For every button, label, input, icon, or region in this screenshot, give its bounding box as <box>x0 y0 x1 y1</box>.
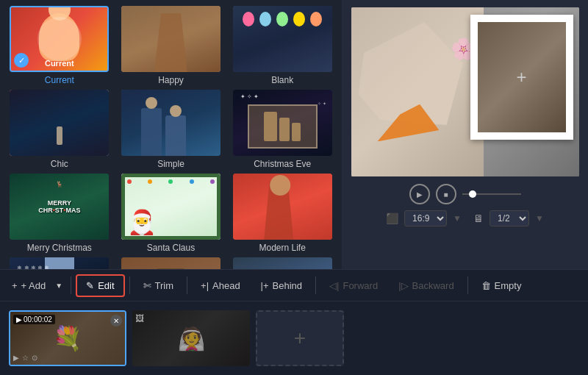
separator-4 <box>315 276 316 294</box>
theme-thumb-blank[interactable] <box>233 6 332 72</box>
theme-item-blank[interactable]: Blank <box>229 6 336 85</box>
preview-canvas: 🌸 + <box>351 7 579 176</box>
theme-item-modern-life[interactable]: Modern Life <box>229 174 336 253</box>
star-icon: ☆ <box>22 354 29 362</box>
edit-icon: ✎ <box>86 280 94 291</box>
add-button[interactable]: + + Add <box>6 276 51 296</box>
theme-thumb-snowy-night[interactable]: ❄ ❄ ❄ ❄ ❄ <box>10 257 109 269</box>
theme-label-merry-christmas: Merry Christmas <box>27 243 92 253</box>
timeline-clip-2[interactable]: 👰 🖼 <box>132 310 250 366</box>
ratio-icon: ⬛ <box>386 213 398 224</box>
theme-thumb-modern-life[interactable] <box>233 174 332 240</box>
clip-controls-1: ▶ ☆ ⊙ <box>13 354 37 362</box>
trim-label: Trim <box>155 280 174 291</box>
ahead-label: Ahead <box>212 280 240 291</box>
behind-button[interactable]: |+ Behind <box>252 276 311 296</box>
separator-3 <box>187 276 187 294</box>
theme-thumb-current[interactable]: Current ✓ <box>10 6 109 72</box>
theme-label-modern-life: Modern Life <box>259 243 305 253</box>
add-clip-icon: + <box>294 326 306 350</box>
empty-button[interactable]: 🗑 Empty <box>473 276 531 296</box>
video-icon: ▶ <box>16 315 22 324</box>
theme-item-snowy-night[interactable]: ❄ ❄ ❄ ❄ ❄ Snowy Night <box>6 257 113 269</box>
separator-2 <box>129 276 130 294</box>
clip-thumb-2: 👰 <box>132 310 250 366</box>
theme-item-happy[interactable]: Happy <box>118 6 225 85</box>
forward-button[interactable]: ◁| Forward <box>320 276 387 296</box>
theme-label-happy: Happy <box>158 75 184 85</box>
clip-duration-1: ▶ 00:00:02 <box>13 315 55 324</box>
ahead-icon: +| <box>201 280 209 291</box>
add-label: + Add <box>21 280 46 291</box>
theme-thumb-row4b[interactable] <box>121 257 220 269</box>
theme-label-chic: Chic <box>51 159 68 169</box>
trim-icon: ✄ <box>143 280 151 291</box>
progress-dot <box>469 190 476 198</box>
add-dropdown-button[interactable]: ▼ <box>51 277 66 294</box>
behind-icon: |+ <box>261 280 269 291</box>
theme-item-christmas-eve[interactable]: ✦ ✧ ✦ ✧ ✦ Christmas Eve <box>229 90 336 169</box>
toolbar: + + Add ▼ ✎ Edit ✄ Trim +| Ahead |+ Behi… <box>0 269 588 301</box>
behind-label: Behind <box>273 280 302 291</box>
merry-text: MERRYCHR•ST•MAS <box>38 199 80 214</box>
current-label: Current <box>45 59 74 68</box>
theme-item-merry-christmas[interactable]: 🦌 MERRYCHR•ST•MAS Merry Christmas <box>6 174 113 253</box>
theme-thumb-row4c[interactable] <box>233 257 332 269</box>
edit-button[interactable]: ✎ Edit <box>76 274 124 297</box>
add-button-group: + + Add ▼ <box>6 276 66 296</box>
quality-select[interactable]: 1/2 1/4 Full <box>490 210 529 226</box>
theme-thumb-christmas-eve[interactable]: ✦ ✧ ✦ ✧ ✦ <box>233 90 332 156</box>
clock-icon: ⊙ <box>32 354 37 362</box>
preview-row: ⬛ 16:9 4:3 1:1 ▼ 🖥 1/2 1/4 Full ▼ <box>386 210 544 226</box>
ratio-dropdown-icon: ▼ <box>453 213 462 224</box>
preview-panel: 🌸 + ▶ ■ ⬛ 16:9 4:3 1:1 <box>342 0 588 269</box>
backward-icon: |▷ <box>398 280 408 291</box>
theme-item-current[interactable]: Current ✓ Current <box>6 6 113 85</box>
theme-label-simple: Simple <box>157 159 184 169</box>
empty-label: Empty <box>495 280 522 291</box>
main-area: Current ✓ Current Happy <box>0 0 588 269</box>
ratio-select[interactable]: 16:9 4:3 1:1 <box>404 210 447 226</box>
add-icon: + <box>12 280 18 291</box>
trim-button[interactable]: ✄ Trim <box>135 276 183 296</box>
theme-label-blank: Blank <box>271 75 293 85</box>
progress-line <box>462 193 521 195</box>
play-button[interactable]: ▶ <box>409 184 430 204</box>
timeline: 💐 ▶ 00:00:02 ✕ ▶ ☆ ⊙ 👰 🖼 + <box>0 301 588 375</box>
add-clip-button[interactable]: + <box>256 310 344 366</box>
separator-1 <box>71 276 71 294</box>
forward-label: Forward <box>343 280 378 291</box>
theme-thumb-chic[interactable] <box>10 90 109 156</box>
theme-panel: Current ✓ Current Happy <box>0 0 342 269</box>
quality-dropdown-icon: ▼ <box>535 213 544 224</box>
duration-text: 00:00:02 <box>24 315 52 324</box>
ahead-button[interactable]: +| Ahead <box>192 276 249 296</box>
theme-grid: Current ✓ Current Happy <box>6 6 336 269</box>
stop-button[interactable]: ■ <box>436 184 456 204</box>
forward-icon: ◁| <box>329 280 339 291</box>
theme-label-santa-claus: Santa Claus <box>147 243 195 253</box>
clip-image-icon-2: 🖼 <box>135 313 144 324</box>
theme-thumb-santa-claus[interactable]: 🎅 <box>121 174 220 240</box>
theme-label-current: Current <box>45 75 74 85</box>
empty-icon: 🗑 <box>481 280 491 291</box>
quality-icon: 🖥 <box>473 213 484 224</box>
theme-thumb-simple[interactable] <box>121 90 220 156</box>
theme-item-row4b[interactable] <box>118 257 225 269</box>
backward-label: Backward <box>412 280 454 291</box>
theme-item-simple[interactable]: Simple <box>118 90 225 169</box>
timeline-clip-1[interactable]: 💐 ▶ 00:00:02 ✕ ▶ ☆ ⊙ <box>9 310 126 366</box>
edit-label: Edit <box>98 280 114 291</box>
backward-button[interactable]: |▷ Backward <box>390 276 462 296</box>
theme-item-chic[interactable]: Chic <box>6 90 113 169</box>
theme-item-row4c[interactable] <box>229 257 336 269</box>
separator-5 <box>467 276 468 294</box>
theme-item-santa-claus[interactable]: 🎅 Santa Claus <box>118 174 225 253</box>
preview-controls: ▶ ■ <box>349 184 581 204</box>
theme-thumb-happy[interactable] <box>121 6 220 72</box>
play-mini-icon: ▶ <box>13 354 19 362</box>
clip-close-1[interactable]: ✕ <box>110 315 122 326</box>
theme-thumb-merry-christmas[interactable]: 🦌 MERRYCHR•ST•MAS <box>10 174 109 240</box>
theme-label-christmas-eve: Christmas Eve <box>254 159 311 169</box>
